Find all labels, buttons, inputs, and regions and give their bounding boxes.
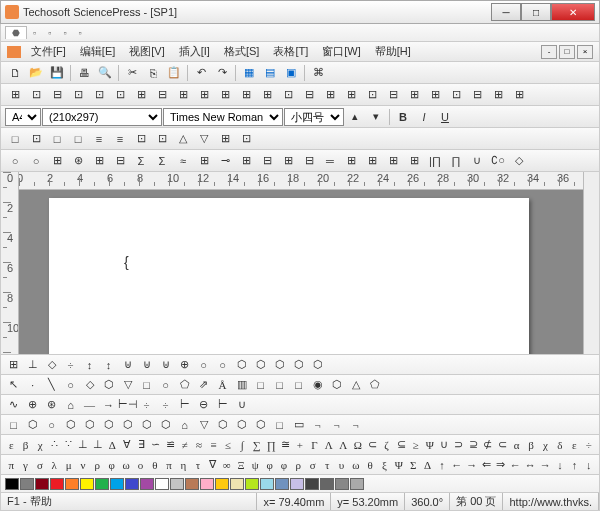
color-swatch[interactable] <box>275 478 289 490</box>
chem-symbol[interactable]: ○ <box>43 417 60 433</box>
shape-symbol[interactable]: ○ <box>195 357 212 373</box>
greek-symbol[interactable]: ε <box>568 437 580 453</box>
math-button[interactable]: ≈ <box>173 152 193 170</box>
greek-symbol[interactable]: λ <box>48 457 60 473</box>
page-nav-button[interactable]: ⊡ <box>89 86 109 104</box>
page-nav-button[interactable]: ⊡ <box>26 86 46 104</box>
chem-symbol[interactable]: ⬡ <box>252 417 269 433</box>
undo-icon[interactable]: ↶ <box>191 64 211 82</box>
color-swatch[interactable] <box>155 478 169 490</box>
math-button[interactable]: ⊞ <box>404 152 424 170</box>
math-symbol[interactable]: ― <box>81 397 98 413</box>
menu-format[interactable]: 格式[S] <box>218 43 265 60</box>
greek-symbol[interactable]: ≠ <box>178 437 190 453</box>
math-button[interactable]: ⊞ <box>278 152 298 170</box>
greek-symbol[interactable]: θ <box>149 457 161 473</box>
page-nav-button[interactable]: ⊞ <box>320 86 340 104</box>
draw-symbol[interactable]: □ <box>252 377 269 393</box>
math-symbol[interactable]: ∿ <box>5 397 22 413</box>
mdi-restore[interactable]: □ <box>559 45 575 59</box>
greek-symbol[interactable]: ↑ <box>436 457 448 473</box>
draw-symbol[interactable]: ╲ <box>43 377 60 393</box>
greek-symbol[interactable]: ξ <box>378 457 390 473</box>
math-symbol[interactable]: ⊕ <box>24 397 41 413</box>
math-symbol[interactable]: ∪ <box>233 397 250 413</box>
greek-symbol[interactable]: ≅ <box>279 437 291 453</box>
math-button[interactable]: Σ <box>152 152 172 170</box>
math-button[interactable]: ○ <box>5 152 25 170</box>
greek-symbol[interactable]: ↓ <box>554 457 566 473</box>
document-canvas[interactable]: { <box>19 190 583 354</box>
shape-symbol[interactable]: ↕ <box>100 357 117 373</box>
greek-symbol[interactable]: ≥ <box>409 437 421 453</box>
math-button[interactable]: ⊞ <box>341 152 361 170</box>
greek-symbol[interactable]: Γ <box>308 437 320 453</box>
greek-symbol[interactable]: δ <box>554 437 566 453</box>
color-swatch[interactable] <box>5 478 19 490</box>
print-icon[interactable]: 🖶 <box>74 64 94 82</box>
math-button[interactable]: ⊞ <box>89 152 109 170</box>
math-button[interactable]: ◇ <box>509 152 529 170</box>
color-swatch[interactable] <box>95 478 109 490</box>
font-size-select[interactable]: 小四号 <box>284 108 344 126</box>
shape-symbol[interactable]: ○ <box>214 357 231 373</box>
draw-symbol[interactable]: ▽ <box>119 377 136 393</box>
shape-symbol[interactable]: ⊞ <box>5 357 22 373</box>
math-button[interactable]: ⊟ <box>257 152 277 170</box>
color-swatch[interactable] <box>290 478 304 490</box>
greek-symbol[interactable]: Ω <box>352 437 364 453</box>
draw-symbol[interactable]: □ <box>271 377 288 393</box>
color-swatch[interactable] <box>170 478 184 490</box>
greek-symbol[interactable]: ↓ <box>583 457 595 473</box>
greek-symbol[interactable]: ∇ <box>206 457 218 473</box>
color-swatch[interactable] <box>260 478 274 490</box>
page-nav-button[interactable]: ⊡ <box>278 86 298 104</box>
greek-symbol[interactable]: ⊆ <box>395 437 407 453</box>
align-button[interactable]: □ <box>5 130 25 148</box>
greek-symbol[interactable]: η <box>177 457 189 473</box>
shape-symbol[interactable]: ⊥ <box>24 357 41 373</box>
draw-symbol[interactable]: ○ <box>157 377 174 393</box>
greek-symbol[interactable]: ε <box>5 437 17 453</box>
paper-size-select[interactable]: (210x297) <box>42 108 162 126</box>
greek-symbol[interactable]: + <box>294 437 306 453</box>
page-nav-button[interactable]: ⊞ <box>215 86 235 104</box>
minimize-button[interactable]: ─ <box>491 3 521 21</box>
greek-symbol[interactable]: ∽ <box>149 437 161 453</box>
color-swatch[interactable] <box>50 478 64 490</box>
color-swatch[interactable] <box>245 478 259 490</box>
greek-symbol[interactable]: μ <box>62 457 74 473</box>
shape-symbol[interactable]: ⬡ <box>271 357 288 373</box>
bold-button[interactable]: B <box>393 108 413 126</box>
chem-symbol[interactable]: ⬡ <box>81 417 98 433</box>
tab[interactable]: ▫ <box>57 27 72 39</box>
greek-symbol[interactable]: θ <box>364 457 376 473</box>
link-icon[interactable]: ⌘ <box>308 64 328 82</box>
chem-symbol[interactable]: ⬡ <box>119 417 136 433</box>
greek-symbol[interactable]: ∞ <box>220 457 232 473</box>
cut-icon[interactable]: ✂ <box>122 64 142 82</box>
align-button[interactable]: □ <box>47 130 67 148</box>
grid-icon[interactable]: ▦ <box>239 64 259 82</box>
chem-symbol[interactable]: ⬡ <box>233 417 250 433</box>
math-button[interactable]: ⊟ <box>110 152 130 170</box>
greek-symbol[interactable]: ↔ <box>524 457 537 473</box>
math-symbol[interactable]: ⊛ <box>43 397 60 413</box>
chem-symbol[interactable]: ▭ <box>290 417 307 433</box>
draw-symbol[interactable]: □ <box>138 377 155 393</box>
color-swatch[interactable] <box>350 478 364 490</box>
tab[interactable]: ▫ <box>73 27 88 39</box>
greek-symbol[interactable]: ω <box>350 457 362 473</box>
mdi-close[interactable]: × <box>577 45 593 59</box>
shape-symbol[interactable]: ↕ <box>81 357 98 373</box>
greek-symbol[interactable]: ο <box>134 457 146 473</box>
greek-symbol[interactable]: υ <box>335 457 347 473</box>
color-swatch[interactable] <box>230 478 244 490</box>
color-swatch[interactable] <box>200 478 214 490</box>
greek-symbol[interactable]: π <box>5 457 17 473</box>
italic-button[interactable]: I <box>414 108 434 126</box>
chem-symbol[interactable]: ¬ <box>328 417 345 433</box>
greek-symbol[interactable]: γ <box>19 457 31 473</box>
math-button[interactable]: ⊞ <box>383 152 403 170</box>
chem-symbol[interactable]: □ <box>271 417 288 433</box>
